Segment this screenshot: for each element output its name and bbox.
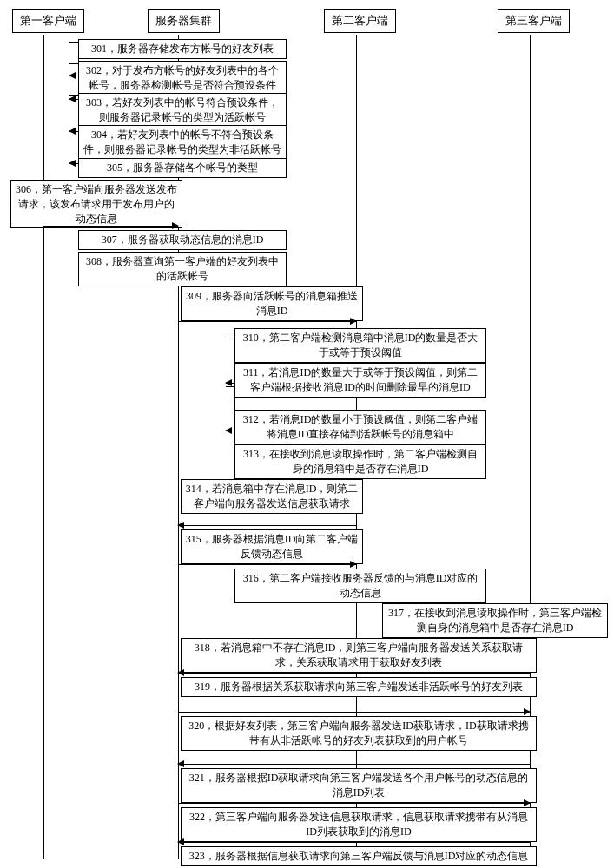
arrow-right <box>178 321 356 322</box>
actor-client1: 第一客户端 <box>12 9 84 33</box>
step-311: 311，若消息ID的数量大于或等于预设阈值，则第二客户端根据接收消息ID的时间删… <box>234 363 486 398</box>
sequence-diagram: 第一客户端 服务器集群 第二客户端 第三客户端 301，服务器存储发布方帐号的好… <box>9 9 605 859</box>
step-305: 305，服务器存储各个帐号的类型 <box>78 158 287 178</box>
arrow-right <box>43 226 178 227</box>
arrow-left <box>178 842 530 843</box>
arrow-left <box>178 525 356 526</box>
self-arrow <box>226 339 235 384</box>
step-321: 321，服务器根据ID获取请求向第三客户端发送各个用户帐号的动态信息的消息ID列… <box>181 768 537 803</box>
step-301: 301，服务器存储发布方帐号的好友列表 <box>78 39 287 59</box>
lifeline-client1 <box>43 35 45 859</box>
actor-client2: 第二客户端 <box>324 9 396 33</box>
step-318: 318，若消息箱中不存在消息ID，则第三客户端向服务器发送关系获取请求，关系获取… <box>181 638 537 673</box>
step-309: 309，服务器向活跃帐号的消息箱推送消息ID <box>181 286 363 321</box>
step-313: 313，在接收到消息读取操作时，第二客户端检测自身的消息箱中是否存在消息ID <box>234 444 486 479</box>
step-314: 314，若消息箱中存在消息ID，则第二客户端向服务器发送信息获取请求 <box>181 479 363 514</box>
step-306: 306，第一客户端向服务器发送发布请求，该发布请求用于发布用户的动态信息 <box>10 180 182 228</box>
arrow-right <box>178 564 356 565</box>
step-317: 317，在接收到消息读取操作时，第三客户端检测自身的消息箱中是否存在消息ID <box>382 603 608 638</box>
step-303: 303，若好友列表中的帐号符合预设条件，则服务器记录帐号的类型为活跃帐号 <box>78 93 287 128</box>
step-323: 323，服务器根据信息获取请求向第三客户端反馈与消息ID对应的动态信息 <box>181 846 537 866</box>
step-322: 322，第三客户端向服务器发送信息获取请求，信息获取请求携带有从消息ID列表获取… <box>181 807 537 842</box>
lifelines-area: 301，服务器存储发布方帐号的好友列表 302，对于发布方帐号的好友列表中的各个… <box>9 35 605 859</box>
step-319: 319，服务器根据关系获取请求向第三客户端发送非活跃帐号的好友列表 <box>181 677 537 697</box>
step-315: 315，服务器根据消息ID向第二客户端反馈动态信息 <box>181 529 363 564</box>
step-320: 320，根据好友列表，第三客户端向服务器发送ID获取请求，ID获取请求携带有从非… <box>181 716 537 751</box>
step-304: 304，若好友列表中的帐号不符合预设条件，则服务器记录帐号的类型为非活跃帐号 <box>78 125 287 160</box>
step-312: 312，若消息ID的数量小于预设阈值，则第二客户端将消息ID直接存储到活跃帐号的… <box>234 410 486 444</box>
step-302: 302，对于发布方帐号的好友列表中的各个帐号，服务器检测帐号是否符合预设条件 <box>78 61 287 95</box>
step-307: 307，服务器获取动态信息的消息ID <box>78 230 287 250</box>
arrow-left <box>178 673 530 674</box>
arrow-right <box>178 712 530 713</box>
actors-row: 第一客户端 服务器集群 第二客户端 第三客户端 <box>9 9 605 35</box>
actor-server: 服务器集群 <box>148 9 220 33</box>
step-316: 316，第二客户端接收服务器反馈的与消息ID对应的动态信息 <box>234 569 486 603</box>
self-arrow <box>226 386 235 431</box>
actor-client3: 第三客户端 <box>498 9 570 33</box>
arrow-left <box>178 764 530 765</box>
step-310: 310，第二客户端检测消息箱中消息ID的数量是否大于或等于预设阈值 <box>234 328 486 363</box>
arrow-right <box>178 803 530 804</box>
step-308: 308，服务器查询第一客户端的好友列表中的活跃帐号 <box>78 252 287 286</box>
